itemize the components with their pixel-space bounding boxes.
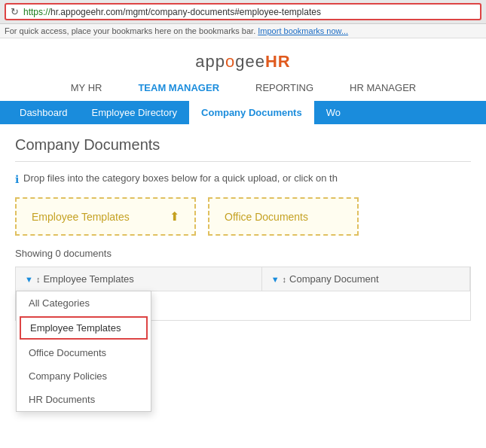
- url-path: /mgmt/company-documents#employee-templat…: [123, 7, 321, 17]
- filter-icon: ▼: [25, 275, 33, 284]
- col-employee-templates[interactable]: ▼ ↕ Employee Templates All Categories Em…: [16, 267, 262, 291]
- nav-my-hr[interactable]: MY HR: [68, 81, 105, 95]
- subnav-dashboard[interactable]: Dashboard: [8, 101, 80, 124]
- nav-reporting[interactable]: REPORTING: [252, 81, 316, 95]
- refresh-icon[interactable]: ↻: [11, 6, 19, 17]
- subnav-company-documents[interactable]: Company Documents: [189, 101, 314, 124]
- filter-icon-2: ▼: [271, 275, 280, 284]
- url-text: https://hr.appogeehr.com/mgmt/company-do…: [23, 7, 321, 17]
- dropdown-hr-documents[interactable]: HR Documents: [17, 388, 151, 411]
- browser-bar: ↻ https://hr.appogeehr.com/mgmt/company-…: [0, 0, 486, 24]
- bookmarks-bar: For quick access, place your bookmarks h…: [0, 24, 486, 38]
- bookmarks-text: For quick access, place your bookmarks h…: [5, 26, 255, 35]
- page-title: Company Documents: [15, 136, 471, 154]
- dropdown-office-documents[interactable]: Office Documents: [17, 341, 151, 364]
- sort-icon: ↕: [36, 275, 41, 284]
- dropdown-all-categories[interactable]: All Categories: [17, 291, 151, 315]
- url-https: https://: [23, 7, 50, 17]
- top-nav: MY HR TEAM MANAGER REPORTING HR MANAGER: [0, 75, 486, 101]
- category-dropdown[interactable]: All Categories Employee Templates Office…: [16, 291, 151, 412]
- col-label-employee-templates: Employee Templates: [43, 273, 133, 285]
- col-company-document[interactable]: ▼ ↕ Company Document: [262, 267, 470, 291]
- dropdown-company-policies[interactable]: Company Policies: [17, 364, 151, 388]
- address-bar[interactable]: ↻ https://hr.appogeehr.com/mgmt/company-…: [5, 3, 481, 20]
- logo-hr: HR: [265, 52, 291, 71]
- app-logo: appogeeHR: [195, 52, 290, 71]
- upload-icon: ⬆: [170, 209, 179, 224]
- showing-count: Showing 0 documents: [15, 248, 471, 259]
- sub-nav: Dashboard Employee Directory Company Doc…: [0, 101, 486, 124]
- info-text: Drop files into the category boxes below…: [23, 172, 338, 184]
- app-header: appogeeHR MY HR TEAM MANAGER REPORTING H…: [0, 38, 486, 124]
- nav-hr-manager[interactable]: HR MANAGER: [347, 81, 418, 95]
- divider: [15, 161, 471, 162]
- sort-icon-2: ↕: [283, 275, 287, 284]
- url-domain: hr.appogeehr.com: [50, 7, 123, 17]
- import-bookmarks-link[interactable]: Import bookmarks now...: [258, 26, 348, 35]
- nav-team-manager[interactable]: TEAM MANAGER: [135, 81, 222, 95]
- category-boxes: Employee Templates ⬆ Office Documents: [15, 197, 471, 236]
- subnav-wo[interactable]: Wo: [314, 101, 353, 124]
- col-label-company-document: Company Document: [289, 273, 379, 285]
- logo-area: appogeeHR: [0, 46, 486, 75]
- office-documents-label: Office Documents: [225, 211, 308, 223]
- browser-chrome: ↻ https://hr.appogeehr.com/mgmt/company-…: [0, 0, 486, 38]
- office-documents-box[interactable]: Office Documents: [208, 197, 359, 236]
- employee-templates-box[interactable]: Employee Templates ⬆: [15, 197, 196, 236]
- info-box: ℹ Drop files into the category boxes bel…: [15, 172, 471, 185]
- dropdown-employee-templates[interactable]: Employee Templates: [20, 316, 148, 340]
- info-icon: ℹ: [15, 173, 19, 185]
- table-header: ▼ ↕ Employee Templates All Categories Em…: [15, 267, 471, 291]
- logo-dot: o: [225, 52, 235, 71]
- subnav-employee-directory[interactable]: Employee Directory: [80, 101, 189, 124]
- page-content: Company Documents ℹ Drop files into the …: [0, 124, 486, 333]
- employee-templates-label: Employee Templates: [32, 211, 130, 223]
